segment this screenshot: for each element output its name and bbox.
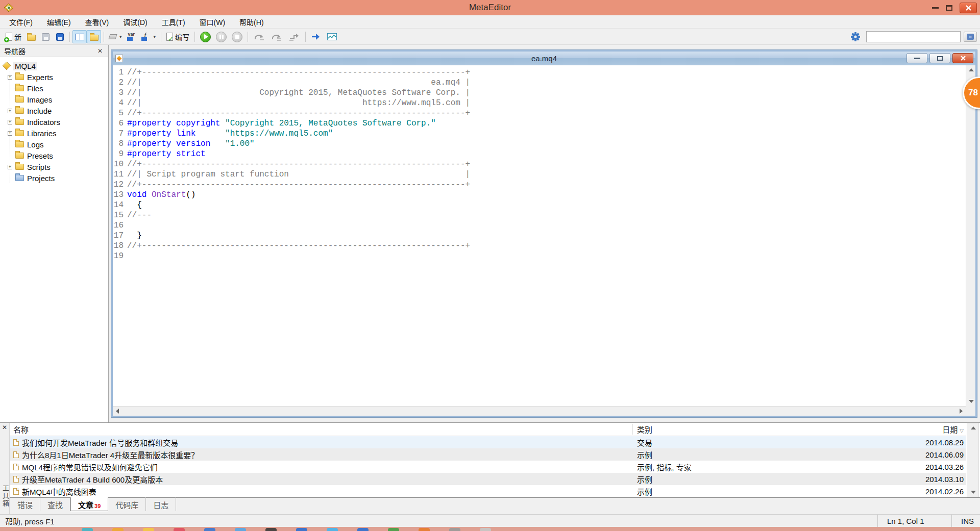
scroll-left-icon[interactable]: [116, 409, 119, 414]
menu-item-1[interactable]: 文件(F): [2, 15, 40, 29]
table-row[interactable]: 新MQL4中的离线图表示例2014.02.26: [10, 485, 966, 497]
settings-button[interactable]: [848, 30, 863, 43]
taskbar-icon[interactable]: [235, 528, 246, 531]
tree-item-libraries[interactable]: +Libraries: [0, 128, 108, 139]
toolbox-scrollbar[interactable]: [967, 423, 979, 497]
compile-button[interactable]: ✓ 编写: [164, 30, 192, 43]
add-variable-button[interactable]: var: [125, 30, 139, 43]
tab-代码库[interactable]: 代码库: [108, 497, 146, 511]
save-all-button[interactable]: [53, 30, 67, 43]
save-button[interactable]: [38, 30, 53, 43]
document-icon: [13, 451, 19, 458]
new-file-button[interactable]: + 新: [3, 30, 24, 43]
scroll-down-icon[interactable]: [971, 491, 976, 494]
tab-查找[interactable]: 查找: [40, 497, 70, 511]
code-text: #property link "https://www.mql5.com": [127, 129, 333, 139]
expand-icon[interactable]: +: [8, 75, 12, 80]
tree-root-mql4[interactable]: MQL4: [0, 60, 108, 71]
stop-button[interactable]: [229, 30, 245, 43]
run-button[interactable]: [198, 30, 213, 43]
taskbar-icon[interactable]: [112, 528, 124, 531]
taskbar-icon[interactable]: [82, 528, 93, 531]
step-out-button[interactable]: [285, 30, 303, 43]
tree-item-presets[interactable]: Presets: [0, 150, 108, 161]
scroll-up-icon[interactable]: [969, 68, 974, 71]
table-row[interactable]: 为什么8月1日MetaTrader 4升级至最新版本很重要？示例2014.06.…: [10, 448, 966, 461]
taskbar-icon[interactable]: [174, 528, 185, 531]
code-area[interactable]: 1//+------------------------------------…: [113, 65, 966, 406]
table-row[interactable]: MQL4程序的常见错误以及如何避免它们示例, 指标, 专家2014.03.26: [10, 461, 966, 473]
step-into-button[interactable]: [251, 30, 268, 43]
tree-item-include[interactable]: +Include: [0, 105, 108, 116]
tree-item-indicators[interactable]: +Indicators: [0, 116, 108, 128]
windows-taskbar[interactable]: [0, 527, 980, 531]
editor-close-button[interactable]: [952, 53, 973, 63]
insert-function-button[interactable]: f▾: [139, 30, 159, 43]
close-button[interactable]: [960, 3, 977, 13]
tree-item-projects[interactable]: Projects: [0, 172, 108, 184]
editor-vertical-scrollbar[interactable]: [966, 65, 975, 406]
menu-item-2[interactable]: 编辑(E): [40, 15, 78, 29]
scroll-up-icon[interactable]: [971, 426, 976, 429]
taskbar-icon[interactable]: [296, 528, 307, 531]
navigator-toggle-button[interactable]: [72, 30, 87, 43]
tree-item-scripts[interactable]: +Scripts: [0, 161, 108, 172]
taskbar-icon[interactable]: [449, 528, 460, 531]
tab-文章[interactable]: 文章39: [70, 497, 108, 511]
taskbar-icon[interactable]: [265, 528, 277, 531]
tab-错误[interactable]: 错误: [10, 497, 40, 511]
column-header-date[interactable]: 日期▽: [894, 424, 966, 435]
toolbox-tabs: 错误查找文章39代码库日志: [10, 497, 980, 515]
taskbar-icon[interactable]: [388, 528, 399, 531]
expand-icon[interactable]: +: [8, 120, 12, 124]
editor-minimize-button[interactable]: [906, 53, 927, 63]
editor-horizontal-scrollbar[interactable]: [113, 406, 966, 416]
styler-button[interactable]: ▾: [107, 30, 125, 43]
menu-item-5[interactable]: 工具(T): [155, 15, 192, 29]
tab-日志[interactable]: 日志: [146, 497, 176, 511]
column-header-name[interactable]: 名称: [10, 424, 633, 435]
column-header-category[interactable]: 类别: [633, 424, 894, 435]
expand-icon[interactable]: +: [8, 131, 12, 136]
navigator-close-icon[interactable]: ✕: [96, 47, 104, 55]
expand-icon[interactable]: +: [8, 165, 12, 169]
search-input[interactable]: [867, 32, 961, 41]
scroll-right-icon[interactable]: [960, 409, 963, 414]
toolbox-close-icon[interactable]: ✕: [0, 424, 9, 431]
menu-item-7[interactable]: 帮助(H): [232, 15, 271, 29]
tree-item-files[interactable]: Files: [0, 83, 108, 94]
tree-item-logs[interactable]: Logs: [0, 139, 108, 150]
close-icon: [966, 5, 971, 11]
table-row[interactable]: 我们如何开发MetaTrader 信号服务和群组交易交易2014.08.29: [10, 436, 966, 448]
virtual-keyboard-button[interactable]: ⌗: [964, 32, 977, 42]
menu-item-4[interactable]: 调试(D): [116, 15, 154, 29]
open-chart-button[interactable]: [325, 30, 339, 43]
table-row[interactable]: 升级至MetaTrader 4 Build 600及更高版本示例2014.03.…: [10, 473, 966, 485]
scroll-down-icon[interactable]: [969, 400, 974, 403]
article-category-cell: 示例: [633, 486, 894, 497]
menu-item-6[interactable]: 窗口(W): [192, 15, 233, 29]
new-file-label: 新: [14, 32, 21, 42]
taskbar-icon[interactable]: [327, 528, 338, 531]
tree-item-images[interactable]: Images: [0, 94, 108, 105]
continue-button[interactable]: [308, 30, 325, 43]
editor-maximize-button[interactable]: [929, 53, 950, 63]
line-number: 3: [113, 88, 127, 98]
taskbar-icon[interactable]: [143, 528, 154, 531]
maximize-icon[interactable]: [946, 5, 952, 11]
taskbar-icon[interactable]: [357, 528, 369, 531]
tree-item-experts[interactable]: +Experts: [0, 71, 108, 83]
editor-window-titlebar[interactable]: ea.mq4: [113, 52, 975, 65]
step-over-button[interactable]: [268, 30, 285, 43]
menu-item-3[interactable]: 查看(V): [78, 15, 116, 29]
toolbox-toggle-button[interactable]: [87, 30, 101, 43]
code-line: 15//---: [113, 210, 966, 220]
pause-button[interactable]: [213, 30, 229, 43]
expand-icon[interactable]: +: [8, 109, 12, 113]
taskbar-icon[interactable]: [204, 528, 215, 531]
minimize-icon[interactable]: [932, 7, 939, 9]
taskbar-icon[interactable]: [480, 528, 491, 531]
open-button[interactable]: [24, 30, 38, 43]
line-number: 18: [113, 241, 127, 251]
taskbar-icon[interactable]: [419, 528, 430, 531]
